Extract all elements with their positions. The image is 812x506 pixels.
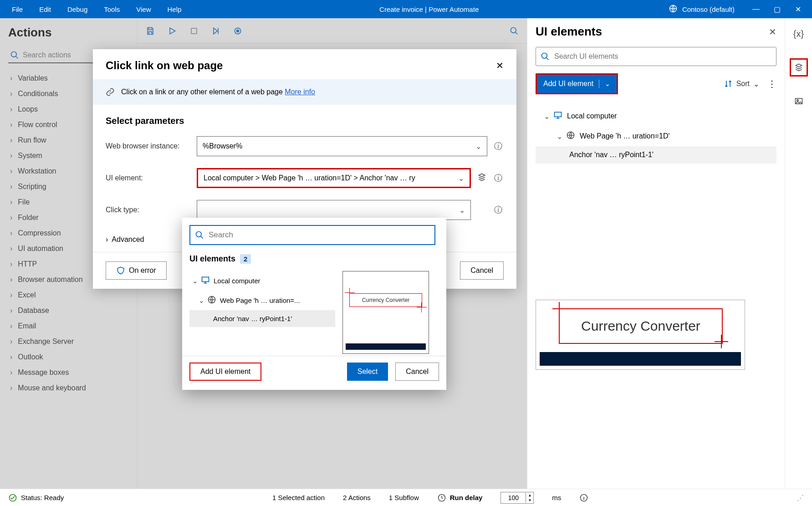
resize-grip-icon[interactable]: ⋰ — [797, 494, 804, 502]
info-icon[interactable]: ⓘ — [493, 141, 504, 152]
ui-elements-search[interactable] — [536, 47, 776, 66]
menu-file[interactable]: File — [4, 5, 31, 13]
picker-add-ui-element-button[interactable]: Add UI element — [189, 363, 261, 381]
globe-icon — [566, 131, 575, 142]
computer-icon — [553, 111, 562, 122]
dialog-title: Click link on web page — [106, 59, 496, 72]
info-icon[interactable]: ⓘ — [493, 204, 504, 215]
ui-element-picker: UI elements 2 ⌄ Local computer ⌄ Web Pag… — [182, 218, 446, 390]
picker-tree: ⌄ Local computer ⌄ Web Page 'h … uration… — [189, 271, 335, 354]
dialog-close-icon[interactable]: ✕ — [496, 60, 504, 71]
menu-view[interactable]: View — [128, 5, 159, 13]
ui-element-label: UI element: — [106, 174, 191, 182]
sort-button[interactable]: Sort ⌄ — [724, 79, 759, 88]
menu-tools[interactable]: Tools — [96, 5, 128, 13]
add-ui-element-button[interactable]: Add UI element ⌄ — [537, 75, 617, 93]
chevron-down-icon: ⌄ — [753, 80, 759, 88]
ui-elements-rail-icon[interactable] — [790, 58, 808, 77]
picker-preview: Currency Converter — [342, 271, 429, 354]
svg-point-6 — [542, 53, 547, 59]
chevron-down-icon[interactable]: ⌄ — [605, 80, 610, 87]
info-icon[interactable]: ⓘ — [493, 173, 504, 184]
dialog-cancel-button[interactable]: Cancel — [460, 261, 504, 280]
picker-select-button[interactable]: Select — [347, 363, 388, 381]
picker-tree-root[interactable]: ⌄ Local computer — [189, 271, 335, 291]
status-ok-icon — [8, 493, 17, 502]
ui-element-preview: Currency Converter — [536, 300, 745, 370]
more-icon[interactable]: ⋮ — [767, 78, 776, 89]
picker-tree-leaf[interactable]: Anchor 'nav … ryPoint1-1' — [189, 310, 335, 327]
window-title: Create invoice | Power Automate — [189, 5, 669, 13]
dialog-info: Click on a link or any other element of … — [93, 79, 516, 105]
chevron-down-icon: ⌄ — [458, 174, 464, 183]
tree-root[interactable]: ⌄ Local computer — [536, 106, 776, 126]
chevron-down-icon: ⌄ — [459, 206, 465, 215]
picker-search[interactable] — [189, 225, 435, 245]
shield-icon — [116, 266, 125, 275]
ui-element-dropdown[interactable]: Local computer > Web Page 'h … uration=1… — [197, 168, 471, 188]
delay-stepper[interactable]: ▲▼ — [500, 492, 534, 504]
delay-unit: ms — [552, 494, 561, 501]
sort-icon — [724, 79, 733, 88]
statusbar: Status: Ready 1 Selected action 2 Action… — [0, 489, 812, 506]
picker-preview-label: Currency Converter — [349, 293, 422, 307]
click-type-label: Click type: — [106, 206, 191, 214]
svg-rect-15 — [202, 277, 209, 281]
menu-help[interactable]: Help — [159, 5, 190, 13]
stepper-up[interactable]: ▲ — [526, 493, 533, 498]
ui-elements-icon[interactable] — [476, 173, 487, 184]
picker-search-input[interactable] — [209, 230, 430, 240]
menu-debug[interactable]: Debug — [59, 5, 96, 13]
chevron-down-icon: ⌄ — [475, 142, 481, 151]
tree-page[interactable]: ⌄ Web Page 'h … uration=1D' — [536, 126, 776, 146]
browser-instance-dropdown[interactable]: %Browser% ⌄ — [197, 136, 487, 156]
info-icon[interactable] — [579, 493, 588, 502]
ui-elements-tree: ⌄ Local computer ⌄ Web Page 'h … uration… — [536, 106, 776, 164]
status-text: Status: Ready — [21, 494, 64, 501]
picker-tree-page[interactable]: ⌄ Web Page 'h … uration=... — [189, 291, 335, 310]
picker-heading: UI elements — [189, 254, 235, 264]
ui-elements-panel: UI elements ✕ Add UI element ⌄ Sort ⌄ ⋮ — [527, 18, 785, 489]
search-icon — [195, 230, 204, 240]
globe-icon — [207, 295, 216, 306]
status-subflow: 1 Subflow — [389, 494, 419, 501]
menu-edit[interactable]: Edit — [31, 5, 59, 13]
ui-elements-title: UI elements — [536, 25, 769, 39]
tree-leaf[interactable]: Anchor 'nav … ryPoint1-1' — [536, 146, 776, 164]
svg-rect-7 — [555, 112, 562, 117]
menubar: File Edit Debug Tools View Help — [4, 5, 189, 13]
picker-cancel-button[interactable]: Cancel — [395, 363, 439, 381]
clock-icon — [437, 493, 446, 502]
ui-elements-search-input[interactable] — [554, 52, 771, 61]
titlebar: File Edit Debug Tools View Help Create i… — [0, 0, 812, 18]
tenant-icon — [669, 4, 678, 15]
click-type-dropdown[interactable]: ⌄ — [197, 200, 471, 220]
link-icon — [106, 87, 115, 97]
svg-point-14 — [196, 232, 202, 237]
panel-close-icon[interactable]: ✕ — [769, 26, 776, 37]
run-delay-label: Run delay — [450, 494, 483, 501]
status-selected: 1 Selected action — [272, 494, 325, 501]
picker-count-badge: 2 — [240, 254, 251, 264]
variables-rail-icon[interactable]: {x} — [790, 25, 808, 43]
images-rail-icon[interactable] — [790, 92, 808, 110]
minimize-button[interactable]: — — [746, 5, 766, 14]
right-rail: {x} — [785, 18, 812, 489]
stepper-down[interactable]: ▼ — [526, 498, 533, 503]
svg-point-10 — [797, 100, 798, 101]
tenant-label[interactable]: Contoso (default) — [682, 5, 735, 13]
close-button[interactable]: ✕ — [787, 5, 808, 14]
computer-icon — [201, 276, 210, 286]
delay-input[interactable] — [501, 494, 526, 501]
more-info-link[interactable]: More info — [285, 88, 315, 96]
search-icon — [541, 52, 550, 61]
dialog-section-title: Select parameters — [106, 116, 504, 126]
on-error-button[interactable]: On error — [106, 261, 167, 280]
titlebar-right: Contoso (default) — ▢ ✕ — [669, 4, 808, 15]
status-actions: 2 Actions — [343, 494, 371, 501]
preview-label: Currency Converter — [559, 308, 723, 344]
maximize-button[interactable]: ▢ — [766, 5, 787, 14]
browser-instance-label: Web browser instance: — [106, 142, 191, 150]
